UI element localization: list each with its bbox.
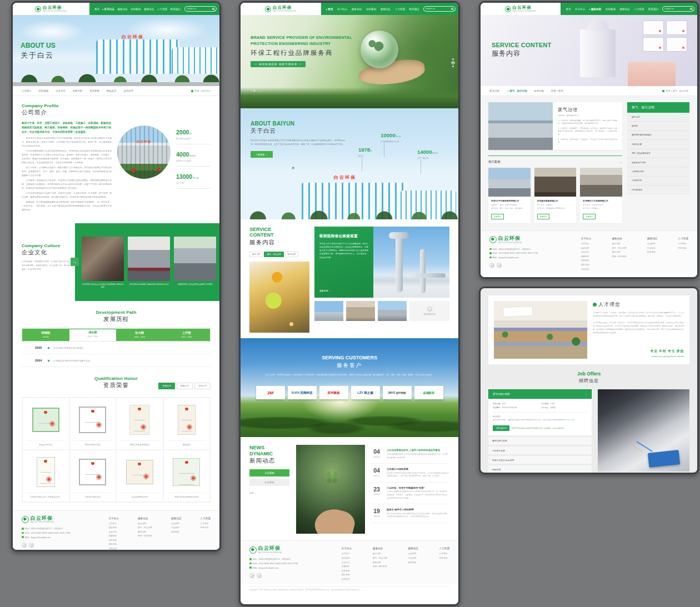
logo[interactable]: 白云环保BAIYUN ENVIRONMENTAL [13,3,89,15]
footer-link[interactable]: 废气、粉尘治理 [373,556,387,559]
service-tab[interactable]: 废水治理 [249,252,263,258]
search-icon[interactable] [451,8,453,10]
search-icon[interactable] [690,8,692,10]
tab-period[interactable]: 转制期1975年 [22,329,69,341]
service-tab[interactable]: 废气、粉尘治理 [264,252,283,258]
sidebar-item[interactable]: 废气治理→ [627,113,689,122]
footer-link[interactable]: 招聘信息 [678,247,688,249]
sidebar-item[interactable]: 洗涤塔系统→ [627,177,689,185]
subnav-item[interactable]: 废气、粉尘治理 [507,89,527,92]
subnav-item[interactable]: 企业文化 [56,89,66,92]
filter-button[interactable]: 荣誉证书 [177,383,193,389]
case-card[interactable]: 苏州通全装备有限公司 废气治理：焊接烟尘 废气处理：活性炭吸附+UV光解处理… … [534,168,577,223]
certificate-card[interactable]: 安全生产许可证 [22,398,69,450]
footer-link[interactable]: 废水治理 [138,522,152,525]
footer-link[interactable]: 组织架构 [108,526,118,529]
sidebar-item[interactable]: 吸附脱附催化燃烧装置→ [627,131,689,140]
customer-logo-card[interactable]: 3M [256,386,285,399]
footer-link[interactable]: 行业资讯 [408,556,418,559]
view-case-button[interactable]: 查看案例 [491,214,504,219]
footer-link[interactable]: 环保一体化服务 [138,534,152,537]
feature-detail-link[interactable]: 查看详情 → [319,289,331,292]
qq-icon[interactable] [257,573,262,578]
tab-period-active[interactable]: 成长期2000 - 2004 [69,329,117,341]
nav-item[interactable]: 关于白云 [574,7,586,12]
filter-button[interactable]: 专利证书 [194,383,211,389]
nav-item[interactable]: 首页 [326,7,333,12]
carousel-dots[interactable] [452,56,454,69]
footer-link[interactable]: 合作伙伴 [342,578,352,580]
search-icon[interactable] [212,8,214,10]
footer-link[interactable]: 资质荣誉 [581,259,591,262]
footer-link[interactable]: 企业新闻 [408,552,418,555]
logo[interactable]: 白云环保BAIYUN ENVIRONMENTAL [481,3,561,15]
wechat-icon[interactable] [249,573,254,578]
footer-link[interactable]: 废水治理 [373,552,387,555]
footer-link[interactable]: 人才理念 [439,552,449,555]
nav-item[interactable]: 人力资源 [633,7,644,12]
search-box[interactable] [662,6,694,12]
subnav-item[interactable]: 公司简介 [22,89,32,92]
job-item-expanded[interactable]: 废气治理工程师 ︿ [488,389,592,399]
sidebar-item[interactable]: 冷凝回收系统→ [627,167,689,176]
nav-item[interactable]: 业绩案例 [604,7,616,12]
footer-link[interactable]: 公司简介 [342,552,352,555]
certificate-card[interactable]: 企业监测资质2016 [116,450,163,502]
footer-link[interactable]: 环保一体化服务 [612,255,627,258]
search-box[interactable] [184,6,217,12]
footer-link[interactable]: 企业文化 [108,530,118,533]
service-thumb-photo[interactable] [378,301,407,321]
footer-link[interactable]: 团队风采 [342,573,352,576]
job-item-collapsed[interactable]: 销售经理﹀ [488,465,592,473]
nav-item[interactable]: 关于白云 [102,7,114,12]
nav-item[interactable]: 业绩案例 [366,7,377,12]
footer-link[interactable]: 人才理念 [201,522,211,525]
footer-link[interactable]: 噪声治理 [612,250,627,253]
customer-logo-card[interactable]: JINYE 金叶科技 [383,386,412,399]
footer-link[interactable]: 资质荣誉 [108,539,118,541]
service-feature-panel[interactable]: 吸附脱附催化燃烧装置 有机废气进入系统后先经过干式过滤去除颗粒物，再进入活性炭吸… [314,227,373,298]
job-item-collapsed[interactable]: 水处理工程师﹀ [488,447,592,454]
footer-link[interactable]: 行业资讯 [647,247,657,249]
footer-link[interactable]: 企业新闻 [647,242,657,245]
news-item[interactable]: 19 2019-12 苏科大·研究生工作站授牌 我公司与苏州科技大学共建的“研究… [371,504,449,523]
certificate-card[interactable]: 环境工程设计资质 [69,398,117,450]
footer-link[interactable]: 发展历程 [108,534,118,537]
tab-period[interactable]: 壮大期2005 - 2014 [116,329,163,341]
certificate-card[interactable]: 工程设计资质证书（暂定资质证书） [22,450,69,502]
job-item-collapsed[interactable]: 噪声治理工程师﹀ [488,437,592,445]
home-icon[interactable] [191,90,193,92]
footer-link[interactable]: 噪声治理 [138,530,152,533]
nav-item[interactable]: 服务内容 [117,7,128,12]
footer-link[interactable]: 企业文化 [342,561,352,564]
news-item[interactable]: 04 2020-12 公司与国家重点院所-上海化工研究院达成合作事项 公司与国家… [371,445,449,464]
case-card[interactable]: 苏州XX户外健身器材有限公司 主要生产：尼龙、乙烯等材料制品 废气治理：喷淋、过… [488,168,531,223]
tab-period[interactable]: 上升期2015 - 2020 [163,329,211,341]
wechat-icon[interactable] [489,263,494,268]
nav-item[interactable]: 业绩案例 [130,7,141,12]
article-card[interactable]: 废气治理 治理技术：催化燃烧+RCO1、工作机理：催化燃烧装置，设定废气温度80… [488,102,622,150]
wechat-icon[interactable] [22,543,27,548]
subnav-item[interactable]: 合作伙伴 [123,89,133,92]
news-item[interactable]: 23 2020-09 白云环保：专注于节能减排的“专家” 位于苏州高新区鹿山路的… [371,483,449,504]
customer-logo-card[interactable]: LZY 林之源 [351,386,380,399]
sidebar-item[interactable]: 低温等离子系统→ [627,158,689,167]
carousel-next-icon[interactable]: → [71,258,79,266]
culture-photo-card[interactable]: 与苏州科技大学签署 共建教学实习基地协议 仪式 [128,237,170,301]
subnav-item[interactable]: 环保一体化 [551,89,563,92]
footer-link[interactable]: 招聘信息 [201,526,211,529]
footer-link[interactable]: 团队风采 [581,263,591,266]
nav-item[interactable]: 关于白云 [337,7,348,12]
nav-item[interactable]: 新闻动态 [619,7,630,12]
service-thumb-photo[interactable] [314,301,343,321]
footer-link[interactable]: 行业资讯 [171,526,181,529]
nav-item[interactable]: 联系我们 [409,7,420,12]
nav-item[interactable]: 服务内容 [589,7,602,12]
news-more-link[interactable]: 更多 → [249,491,291,494]
filter-button-active[interactable]: 资质证书 [158,383,174,389]
view-case-button[interactable]: 查看案例 [537,214,550,219]
footer-link[interactable]: 公司简介 [581,242,591,245]
qq-icon[interactable] [29,543,34,548]
certificate-card[interactable]: 营业执照 [163,398,211,450]
footer-link[interactable]: 媒体报道 [408,561,418,564]
